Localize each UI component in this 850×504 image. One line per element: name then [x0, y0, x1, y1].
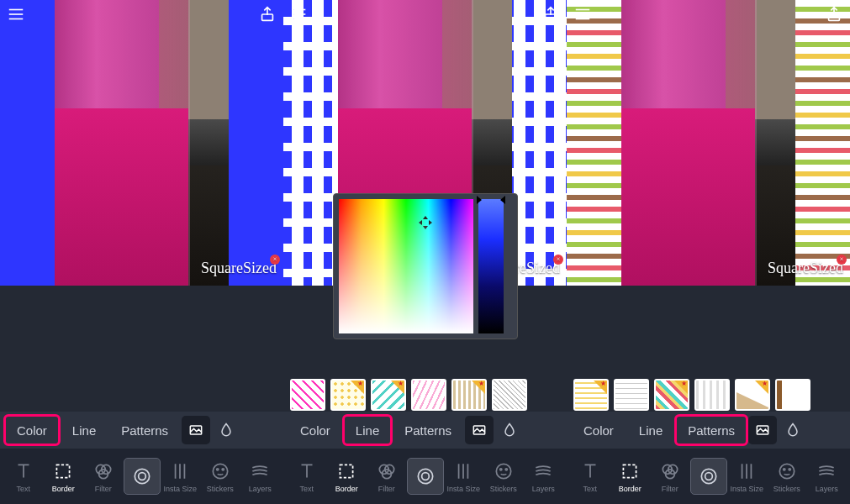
svg-point-11	[213, 464, 227, 478]
svg-point-16	[293, 13, 294, 15]
share-icon[interactable]	[825, 5, 843, 24]
watermark[interactable]: SquareSized×	[768, 260, 843, 277]
svg-point-29	[499, 468, 501, 470]
pattern-thumb[interactable]: ★	[371, 379, 406, 411]
svg-point-42	[779, 464, 794, 478]
close-watermark-icon[interactable]: ×	[270, 255, 280, 265]
tool-text[interactable]: Text	[570, 460, 610, 493]
pattern-thumb[interactable]: ★	[654, 379, 689, 411]
svg-rect-36	[624, 465, 636, 477]
tab-line[interactable]: Line	[627, 416, 674, 444]
pattern-thumb[interactable]: ★	[330, 379, 366, 411]
mid-gap	[0, 286, 283, 412]
image-library-icon[interactable]	[748, 416, 777, 444]
blur-drop-icon[interactable]	[779, 416, 807, 444]
color-picker[interactable]	[333, 193, 518, 339]
color-spectrum[interactable]	[339, 199, 473, 333]
pattern-thumb[interactable]	[290, 379, 325, 411]
image-library-icon[interactable]	[465, 416, 494, 444]
pattern-strip[interactable]: ★ ★ ★	[283, 378, 567, 412]
tab-color[interactable]: Color	[288, 416, 342, 444]
pattern-thumb[interactable]: ★	[735, 379, 770, 411]
svg-rect-3	[262, 14, 273, 20]
share-icon[interactable]	[258, 5, 277, 24]
app-root: SquareSized× Color Line Patterns Text	[0, 0, 850, 504]
photo[interactable]	[621, 0, 795, 286]
tab-color[interactable]: Color	[5, 416, 59, 444]
tab-line[interactable]: Line	[61, 416, 108, 444]
blur-drop-icon[interactable]	[495, 416, 524, 444]
tool-insta-size[interactable]: Insta Size	[161, 460, 201, 493]
border-mode-tabs: Color Line Patterns	[0, 412, 283, 449]
svg-point-18	[293, 18, 294, 19]
tool-text[interactable]: Text	[3, 460, 44, 493]
svg-point-41	[705, 473, 712, 480]
canvas[interactable]: SquareSized×	[567, 0, 850, 286]
tool-filter[interactable]: Filter	[83, 460, 124, 493]
share-icon[interactable]	[541, 5, 560, 24]
bottom-toolbar: Text Border Filter Insta Size Stickers L…	[283, 449, 567, 504]
tool-stickers[interactable]: Stickers	[767, 460, 807, 493]
svg-point-27	[421, 473, 429, 480]
hue-slider[interactable]	[478, 199, 504, 333]
svg-point-44	[789, 468, 790, 470]
list-icon[interactable]	[290, 5, 309, 24]
pattern-thumb[interactable]	[492, 379, 527, 411]
tool-filter[interactable]: Filter	[650, 460, 690, 493]
svg-rect-22	[341, 465, 353, 477]
pattern-thumb[interactable]	[694, 379, 730, 411]
tab-patterns[interactable]: Patterns	[676, 416, 747, 444]
blur-drop-icon[interactable]	[212, 416, 240, 444]
pattern-thumb[interactable]	[775, 379, 810, 411]
screen-1: SquareSized× Color Line Patterns Text	[0, 0, 283, 504]
tool-insta-size[interactable]: Insta Size	[444, 460, 484, 493]
tool-insta-size[interactable]: Insta Size	[727, 460, 768, 493]
svg-rect-5	[57, 465, 70, 477]
tab-line[interactable]: Line	[344, 416, 391, 444]
svg-point-26	[418, 469, 432, 483]
pattern-thumb[interactable]	[614, 379, 649, 411]
pattern-thumb[interactable]	[411, 379, 446, 411]
pattern-thumb[interactable]: ★	[451, 379, 487, 411]
tool-stickers[interactable]: Stickers	[483, 460, 524, 493]
border-mode-tabs: Color Line Patterns	[567, 412, 850, 449]
screen-2: SquareSized×	[283, 0, 567, 504]
close-watermark-icon[interactable]: ×	[837, 255, 847, 265]
svg-point-43	[783, 468, 784, 470]
tab-patterns[interactable]: Patterns	[109, 416, 180, 444]
tool-layers[interactable]: Layers	[240, 460, 281, 493]
tool-filter[interactable]: Filter	[367, 460, 407, 493]
tool-border[interactable]: Border	[327, 460, 367, 493]
tool-shape[interactable]	[124, 458, 161, 495]
border-mode-tabs: Color Line Patterns	[283, 412, 567, 449]
tab-patterns[interactable]: Patterns	[393, 416, 463, 444]
image-library-icon[interactable]	[182, 416, 210, 444]
svg-point-40	[701, 469, 715, 483]
menu-icon[interactable]	[573, 5, 592, 24]
watermark[interactable]: SquareSized×	[201, 260, 277, 277]
svg-point-9	[135, 469, 149, 483]
preview-area: SquareSized×	[567, 0, 850, 286]
tab-color[interactable]: Color	[572, 416, 626, 444]
tool-text[interactable]: Text	[287, 460, 327, 493]
preview-area: SquareSized×	[0, 0, 283, 286]
tool-layers[interactable]: Layers	[524, 460, 564, 493]
close-watermark-icon[interactable]: ×	[553, 255, 563, 265]
svg-rect-34	[829, 14, 840, 20]
tool-border[interactable]: Border	[610, 460, 651, 493]
bottom-toolbar: Text Border Filter Insta Size Stickers L…	[567, 449, 850, 504]
canvas[interactable]: SquareSized×	[0, 0, 283, 286]
tool-border[interactable]: Border	[44, 460, 84, 493]
menu-icon[interactable]	[7, 5, 25, 24]
mid-gap: ★ ★ ★	[567, 286, 850, 412]
svg-point-12	[216, 468, 218, 470]
pattern-thumb[interactable]: ★	[573, 379, 609, 411]
photo[interactable]	[55, 0, 229, 286]
spectrum-marker[interactable]	[419, 216, 432, 229]
tool-shape[interactable]	[690, 458, 727, 495]
tool-layers[interactable]: Layers	[807, 460, 847, 493]
svg-rect-20	[546, 14, 557, 20]
tool-shape[interactable]	[407, 458, 444, 495]
tool-stickers[interactable]: Stickers	[200, 460, 240, 493]
pattern-strip[interactable]: ★ ★ ★	[567, 378, 850, 412]
